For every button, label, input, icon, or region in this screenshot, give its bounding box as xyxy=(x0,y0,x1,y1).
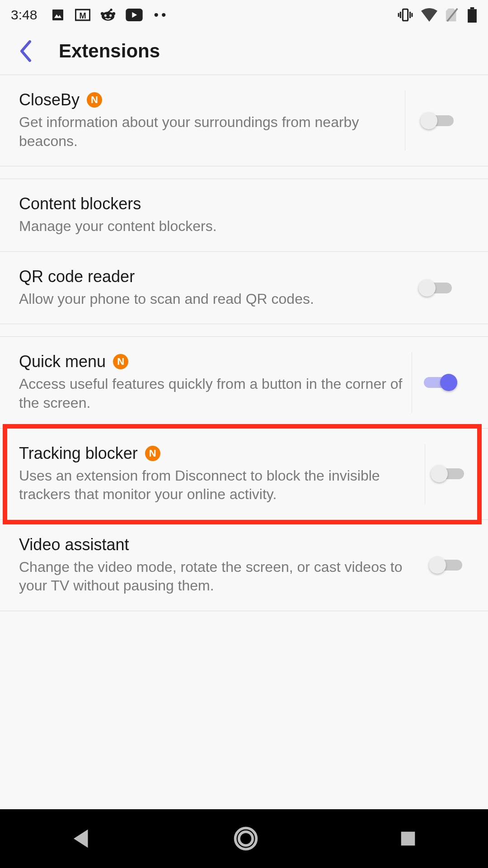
item-title: Tracking blocker xyxy=(19,444,138,463)
extension-item-tracking-blocker[interactable]: Tracking blocker N Uses an extension fro… xyxy=(0,429,488,520)
wifi-icon xyxy=(421,8,437,22)
item-desc: Access useful features quickly from a bu… xyxy=(19,375,412,412)
item-title-row: CloseBy N xyxy=(19,90,405,109)
svg-rect-24 xyxy=(401,832,415,846)
extension-item-qr-reader[interactable]: QR code reader Allow your phone to scan … xyxy=(0,252,488,325)
status-bar: 3:48 M •• xyxy=(0,0,488,27)
item-title-row: Tracking blocker N xyxy=(19,444,425,463)
reddit-icon xyxy=(100,8,116,22)
section-gap xyxy=(0,324,488,337)
extension-item-content-blockers[interactable]: Content blockers Manage your content blo… xyxy=(0,179,488,252)
svg-marker-21 xyxy=(74,830,88,848)
item-title: Quick menu xyxy=(19,352,106,371)
item-body: Content blockers Manage your content blo… xyxy=(19,194,469,236)
switch-thumb xyxy=(431,465,448,482)
toggle-tracking-blocker[interactable] xyxy=(431,465,464,483)
status-left: 3:48 M •• xyxy=(11,7,169,23)
mail-icon: M xyxy=(75,8,90,22)
item-body: Quick menu N Access useful features quic… xyxy=(19,352,412,412)
back-button[interactable] xyxy=(5,31,46,71)
item-body: Tracking blocker N Uses an extension fro… xyxy=(19,444,425,504)
item-title-row: Quick menu N xyxy=(19,352,412,371)
item-body: CloseBy N Get information about your sur… xyxy=(19,90,405,151)
toggle-wrap xyxy=(401,267,469,309)
item-title-row: QR code reader xyxy=(19,267,401,286)
section-gap xyxy=(0,166,488,179)
svg-point-6 xyxy=(110,14,112,17)
item-title: QR code reader xyxy=(19,267,135,286)
toggle-wrap xyxy=(405,90,469,151)
switch-thumb xyxy=(420,112,437,129)
toggle-qr-reader[interactable] xyxy=(418,279,452,297)
item-desc: Change the video mode, rotate the screen… xyxy=(19,558,422,595)
item-desc: Uses an extension from Disconnect to blo… xyxy=(19,467,425,504)
toggle-quick-menu[interactable] xyxy=(424,373,457,392)
svg-point-5 xyxy=(104,14,107,17)
new-badge-icon: N xyxy=(113,354,128,369)
toggle-closeby[interactable] xyxy=(420,112,454,130)
page-title: Extensions xyxy=(59,40,160,62)
status-right xyxy=(398,7,477,23)
item-title: CloseBy xyxy=(19,90,80,109)
item-title: Video assistant xyxy=(19,535,129,554)
item-desc: Manage your content blockers. xyxy=(19,217,469,236)
toggle-video-assistant[interactable] xyxy=(429,556,462,574)
item-desc: Allow your phone to scan and read QR cod… xyxy=(19,290,401,309)
item-desc: Get information about your surroundings … xyxy=(19,113,405,151)
extension-item-video-assistant[interactable]: Video assistant Change the video mode, r… xyxy=(0,520,488,611)
item-title-row: Content blockers xyxy=(19,194,469,213)
item-title-row: Video assistant xyxy=(19,535,422,554)
switch-thumb xyxy=(418,279,436,297)
nav-back-button[interactable] xyxy=(70,826,94,851)
gallery-icon xyxy=(51,8,65,22)
switch-thumb xyxy=(440,374,457,391)
chevron-left-icon xyxy=(18,40,34,62)
extension-item-closeby[interactable]: CloseBy N Get information about your sur… xyxy=(0,75,488,166)
extensions-list: CloseBy N Get information about your sur… xyxy=(0,75,488,611)
svg-point-23 xyxy=(239,832,253,845)
new-badge-icon: N xyxy=(145,446,160,461)
svg-text:M: M xyxy=(80,11,86,20)
nav-recent-button[interactable] xyxy=(398,828,418,849)
no-sim-icon xyxy=(446,7,459,23)
battery-icon xyxy=(467,7,477,23)
toggle-wrap xyxy=(422,535,469,595)
svg-rect-20 xyxy=(470,7,474,9)
system-nav-bar xyxy=(0,809,488,868)
status-time: 3:48 xyxy=(11,7,37,23)
nav-home-button[interactable] xyxy=(233,826,258,851)
toggle-wrap xyxy=(412,352,469,412)
vibrate-icon xyxy=(398,7,413,23)
svg-rect-19 xyxy=(468,9,477,23)
screen: 3:48 M •• xyxy=(0,0,488,868)
svg-point-8 xyxy=(113,12,116,15)
item-title: Content blockers xyxy=(19,194,141,213)
new-badge-icon: N xyxy=(87,92,102,108)
switch-thumb xyxy=(429,557,446,574)
more-notifications-icon: •• xyxy=(154,7,169,23)
youtube-icon xyxy=(126,9,143,21)
svg-rect-0 xyxy=(52,9,63,20)
item-body: QR code reader Allow your phone to scan … xyxy=(19,267,401,309)
toggle-wrap xyxy=(425,444,469,504)
svg-point-7 xyxy=(101,12,104,15)
svg-rect-13 xyxy=(403,9,408,21)
extension-item-quick-menu[interactable]: Quick menu N Access useful features quic… xyxy=(0,337,488,428)
item-body: Video assistant Change the video mode, r… xyxy=(19,535,422,595)
app-header: Extensions xyxy=(0,27,488,75)
